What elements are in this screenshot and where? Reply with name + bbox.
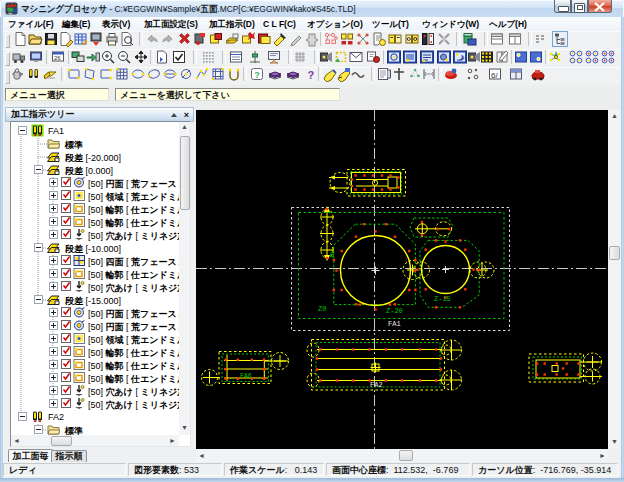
svg-text:?: ? [308,69,315,81]
svg-text:Z-15: Z-15 [434,295,451,303]
svg-text:FA6: FA6 [240,373,252,380]
svg-text:0: 0 [330,251,334,259]
svg-text:FA1: FA1 [388,320,401,328]
svg-text:Z0: Z0 [318,305,326,313]
svg-text:FA2: FA2 [370,381,383,389]
svg-text:Z-20: Z-20 [386,307,403,315]
svg-text:?: ? [254,70,260,80]
svg-text:6/: 6/ [491,71,498,80]
svg-text:26: 26 [54,55,61,61]
